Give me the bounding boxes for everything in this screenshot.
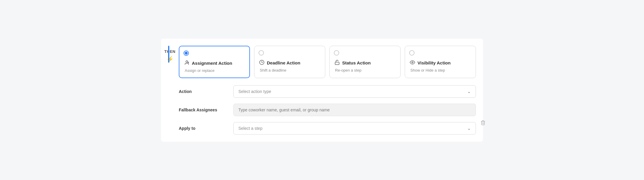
svg-point-0 <box>186 61 188 62</box>
status-icon <box>334 60 340 66</box>
fallback-label: Fallback Assignees <box>179 108 226 112</box>
then-label: THEN <box>164 49 175 54</box>
status-title-row: Status Action <box>334 60 396 66</box>
action-chevron-icon: ⌄ <box>467 89 471 94</box>
action-select[interactable]: Select action type ⌄ <box>233 85 476 98</box>
deadline-title-row: Deadline Action <box>259 60 320 66</box>
deadline-card-subtitle: Shift a deadline <box>259 68 320 72</box>
svg-point-5 <box>412 61 413 63</box>
action-select-value: Select action type <box>238 89 271 94</box>
cards-row: Assignment Action Assign or replace <box>179 46 476 78</box>
apply-to-select[interactable]: Select a step ⌄ <box>233 122 476 135</box>
delete-button[interactable] <box>478 118 488 127</box>
visibility-card-subtitle: Show or Hide a step <box>410 68 471 72</box>
visibility-card-title: Visibility Action <box>417 60 451 65</box>
action-label: Action <box>179 89 226 94</box>
fallback-row: Fallback Assignees <box>179 104 476 116</box>
deadline-action-card[interactable]: Deadline Action Shift a deadline <box>254 46 325 78</box>
apply-to-chevron-icon: ⌄ <box>467 126 471 131</box>
deadline-icon <box>259 60 264 66</box>
apply-to-row: Apply to Select a step ⌄ <box>179 122 476 135</box>
then-bar <box>168 46 169 63</box>
status-card-title: Status Action <box>342 60 371 65</box>
assignment-title-row: Assignment Action <box>184 60 245 67</box>
assignment-action-card[interactable]: Assignment Action Assign or replace <box>179 46 250 78</box>
status-action-card[interactable]: Status Action Re-open a step <box>329 46 401 78</box>
deadline-card-title: Deadline Action <box>267 60 300 65</box>
visibility-title-row: Visibility Action <box>410 60 471 66</box>
apply-to-select-value: Select a step <box>238 126 262 131</box>
visibility-icon <box>410 60 415 66</box>
form-section: Action Select action type ⌄ Fallback Ass… <box>179 85 476 135</box>
then-section: THEN ⚡ <box>161 46 179 63</box>
assignment-radio[interactable] <box>184 50 189 56</box>
assignment-card-title: Assignment Action <box>192 61 232 66</box>
lightning-icon: ⚡ <box>166 56 174 63</box>
content-area: Assignment Action Assign or replace <box>179 46 476 135</box>
assignment-card-subtitle: Assign or replace <box>184 68 245 73</box>
visibility-action-card[interactable]: Visibility Action Show or Hide a step <box>405 46 476 78</box>
deadline-radio[interactable] <box>259 50 264 56</box>
status-card-subtitle: Re-open a step <box>334 68 396 72</box>
fallback-input[interactable] <box>233 104 476 116</box>
visibility-radio[interactable] <box>409 50 415 56</box>
assignment-icon <box>184 60 189 67</box>
status-radio[interactable] <box>334 50 339 56</box>
svg-rect-4 <box>335 62 339 64</box>
action-row: Action Select action type ⌄ <box>179 85 476 98</box>
apply-to-label: Apply to <box>179 126 226 131</box>
